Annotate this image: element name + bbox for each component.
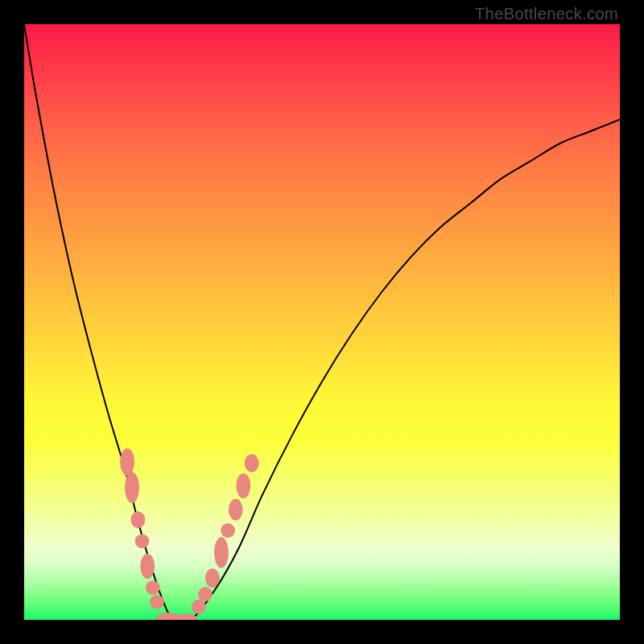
bottleneck-curve — [24, 24, 620, 620]
plot-area — [24, 24, 620, 620]
data-bead — [135, 534, 150, 548]
data-bead — [174, 614, 198, 620]
data-bead — [245, 454, 259, 472]
data-bead — [205, 568, 220, 588]
watermark-text: TheBottleneck.com — [475, 5, 618, 23]
data-bead — [146, 580, 160, 595]
curve-layer — [24, 24, 620, 620]
data-bead — [150, 595, 164, 609]
data-bead — [120, 448, 134, 476]
data-bead — [198, 587, 213, 601]
data-bead — [221, 523, 235, 538]
chart-frame: TheBottleneck.com — [0, 0, 644, 644]
data-bead — [140, 554, 155, 579]
data-bead — [130, 511, 145, 528]
data-bead — [214, 537, 229, 568]
data-bead — [125, 472, 139, 502]
data-bead — [229, 499, 243, 521]
data-bead — [192, 600, 206, 614]
data-bead — [236, 473, 250, 498]
